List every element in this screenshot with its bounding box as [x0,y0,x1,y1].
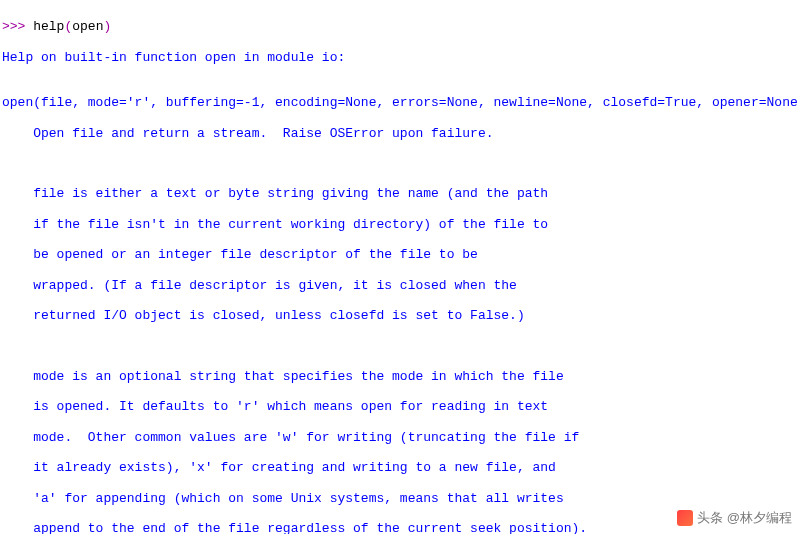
help-body-line: Open file and return a stream. Raise OSE… [2,126,798,141]
help-body-line: mode. Other common values are 'w' for wr… [2,430,798,445]
rparen: ) [103,19,111,34]
help-body-line [2,156,798,171]
help-body-line: file is either a text or byte string giv… [2,186,798,201]
prompt-line: >>> help(open) [2,19,798,34]
help-body-line: wrapped. (If a file descriptor is given,… [2,278,798,293]
help-body-line: returned I/O object is closed, unless cl… [2,308,798,323]
help-body-line: be opened or an integer file descriptor … [2,247,798,262]
help-signature: open(file, mode='r', buffering=-1, encod… [2,95,798,110]
prompt-chevrons: >>> [2,19,33,34]
python-repl-output[interactable]: >>> help(open) Help on built-in function… [0,0,800,534]
help-body-line: mode is an optional string that specifie… [2,369,798,384]
help-body-line [2,338,798,353]
help-body-line: is opened. It defaults to 'r' which mean… [2,399,798,414]
help-body-line: if the file isn't in the current working… [2,217,798,232]
help-body-line: it already exists), 'x' for creating and… [2,460,798,475]
watermark: 头条 @林夕编程 [677,510,792,526]
arg-open: open [72,19,103,34]
watermark-text: 头条 @林夕编程 [697,510,792,525]
toutiao-logo-icon [677,510,693,526]
help-header: Help on built-in function open in module… [2,50,798,65]
func-name-help: help [33,19,64,34]
help-body-line: 'a' for appending (which on some Unix sy… [2,491,798,506]
